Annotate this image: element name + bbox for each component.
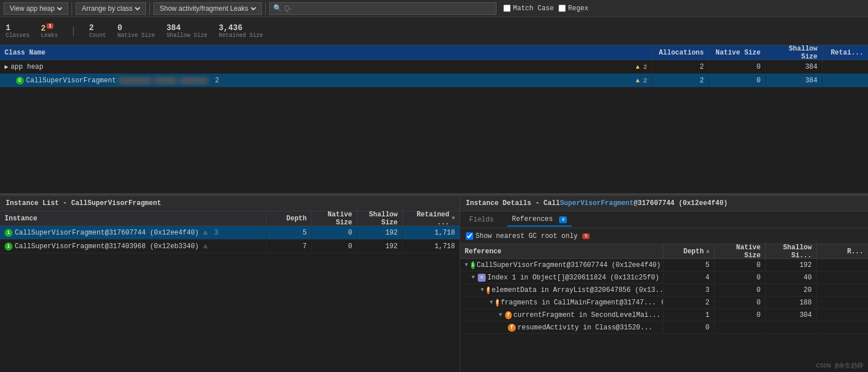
th-native-size: Native Size [709, 47, 766, 59]
csv-leak-num: 2 [215, 77, 219, 85]
regex-label[interactable]: Regex [558, 5, 589, 12]
instance-th-depth: Depth [266, 212, 312, 225]
td-native-csv: 0 [709, 76, 766, 86]
class-c-icon: C [16, 77, 24, 85]
ref-retained-1 [817, 277, 868, 279]
table-row-callsupervisorfragment[interactable]: C CallSuperVisorFragment 2 ▲ 2 2 0 384 [0, 74, 868, 87]
main-table-area: Class Name Allocations Native Size Shall… [0, 45, 868, 193]
app-heap-name: app heap [11, 63, 44, 71]
view-heap-dropdown[interactable]: View app heap [7, 4, 64, 13]
table-row-app-heap[interactable]: ▶ app heap ▲ 2 2 0 384 [0, 60, 868, 74]
details-panel: Instance Details - CallSuperVisorFragmen… [460, 196, 868, 371]
depth-highlight-1: 3 [214, 229, 218, 237]
regex-checkbox[interactable] [558, 5, 566, 12]
th-shallow-size: Shallow Size [766, 45, 823, 63]
match-case-checkbox[interactable] [503, 5, 511, 12]
filter-dropdown[interactable]: Show activity/fragment Leaks [157, 4, 258, 13]
ref-row-5[interactable]: f resumedActivity in Class@31520... 0 [460, 321, 868, 334]
count-value: 2 [89, 23, 94, 32]
stats-bar: 1 Classes 21 Leaks | 2 Count 0 Native Si… [0, 17, 868, 45]
ref-row-0[interactable]: ▼ i CallSuperVisorFragment@317607744 (0x… [460, 259, 868, 271]
instance-row-2[interactable]: i CallSuperVisorFragment@317403968 (0x12… [0, 240, 460, 253]
ref-text-0: CallSuperVisorFragment@317607744 (0x12ee… [477, 261, 661, 269]
ref-retained-3 [817, 302, 868, 304]
leaks-number: 2 [41, 23, 45, 32]
instance-row-1[interactable]: i CallSuperVisorFragment@317607744 (0x12… [0, 226, 460, 240]
ref-td-4: ▼ f currentFragment in SecondLevelMai... [460, 310, 663, 320]
separator-2 [149, 2, 150, 15]
folder-icon: ▶ [5, 63, 9, 70]
toolbar: View app heap Arrange by class Show acti… [0, 0, 868, 17]
leaks-label: Leaks [41, 32, 58, 39]
match-options: Match Case Regex [503, 5, 589, 12]
gc-root-label[interactable]: Show nearest GC root only 5 [466, 232, 590, 240]
ref-shallow-1: 40 [766, 273, 817, 283]
main-table-header: Class Name Allocations Native Size Shall… [0, 45, 868, 60]
leak-badge: 1 [47, 23, 53, 29]
ref-sort-arrow: ▲ [706, 248, 710, 254]
gc-root-text: Show nearest GC root only [475, 232, 578, 240]
csv-blurred-3 [180, 77, 208, 84]
ref-native-2: 0 [715, 285, 766, 295]
separator-3 [265, 2, 266, 15]
ref-f-icon-2: f [487, 286, 490, 294]
ref-retained-0 [817, 264, 868, 266]
retained-label: Retained Size [219, 32, 263, 39]
ref-td-1: ▼ ≡ Index 1 in Object[]@320611824 (0x131… [460, 273, 663, 283]
view-heap-select[interactable]: View app heap [3, 2, 68, 15]
th-retained: Retai... [823, 47, 868, 59]
ref-native-0: 0 [715, 260, 766, 270]
instance-td-name-1: i CallSuperVisorFragment@317607744 (0x12… [0, 227, 266, 238]
search-input[interactable] [284, 5, 493, 12]
tab-fields[interactable]: Fields [465, 214, 498, 226]
arrange-by-select[interactable]: Arrange by class [76, 2, 146, 15]
filter-select[interactable]: Show activity/fragment Leaks [153, 2, 262, 15]
instance-th-name: Instance [0, 212, 266, 225]
info-icon-1: i [5, 229, 12, 237]
warn-icon-csv: ▲ 2 [636, 77, 647, 84]
ref-text-1: Index 1 in Object[]@320611824 (0x131c25f… [487, 274, 659, 282]
csv-blurred-2 [155, 77, 177, 84]
retained-value: 3,436 [219, 23, 243, 32]
stat-leaks: 21 Leaks [41, 23, 58, 39]
title-highlight: SuperVisorFragment [560, 199, 634, 207]
ref-row-2[interactable]: ▼ f elementData in ArrayList@320647856 (… [460, 284, 868, 296]
classes-value: 1 [6, 23, 10, 32]
ref-depth-1: 4 [663, 273, 715, 283]
ref-th-retained: R... [817, 245, 868, 258]
ref-depth-5: 0 [663, 323, 715, 333]
ref-row-3[interactable]: ▼ f fragments in CallMainFragment@31747.… [460, 296, 868, 309]
ref-th-depth: Depth ▲ [663, 245, 715, 258]
warn-icon-app-heap: ▲ 2 [636, 64, 647, 70]
count-label: Count [89, 32, 106, 39]
td-class-name-app-heap: ▶ app heap ▲ 2 [0, 62, 652, 72]
ref-row-1[interactable]: ▼ ≡ Index 1 in Object[]@320611824 (0x131… [460, 271, 868, 284]
ref-depth-3: 2 [663, 298, 715, 308]
ref-shallow-2: 20 [766, 285, 817, 295]
ref-td-2: ▼ f elementData in ArrayList@320647856 (… [460, 285, 663, 295]
search-icon: 🔍 [273, 4, 282, 12]
ref-retained-4 [817, 314, 868, 316]
tab-references[interactable]: References 4 [507, 213, 571, 227]
ref-depth-header: Depth [683, 248, 704, 256]
ref-info-icon-0: i [471, 261, 475, 269]
ref-table-header: Reference Depth ▲ Native Size Shallow Si… [460, 244, 868, 259]
native-label: Native Size [118, 32, 155, 39]
instance-td-retained-1: 1,718 [403, 228, 460, 238]
instance-td-shallow-2: 192 [357, 241, 403, 252]
match-case-label[interactable]: Match Case [503, 5, 554, 12]
chevron-1: ▼ [471, 274, 475, 281]
shallow-value: 384 [166, 23, 181, 32]
td-retained-app-heap [823, 66, 868, 68]
stat-classes: 1 Classes [6, 23, 30, 39]
chevron-0: ▼ [465, 262, 468, 268]
ref-row-4[interactable]: ▼ f currentFragment in SecondLevelMai...… [460, 309, 868, 321]
native-value: 0 [118, 23, 122, 32]
ref-text-4: currentFragment in SecondLevelMai... [514, 311, 661, 319]
instance-table-header: Instance Depth Native Size Shallow Size … [0, 211, 460, 226]
gc-root-checkbox[interactable] [466, 232, 473, 240]
csv-name: CallSuperVisorFragment [26, 77, 116, 85]
arrange-by-dropdown[interactable]: Arrange by class [80, 4, 142, 13]
ref-retained-2 [817, 289, 868, 291]
td-retained-csv [823, 80, 868, 82]
